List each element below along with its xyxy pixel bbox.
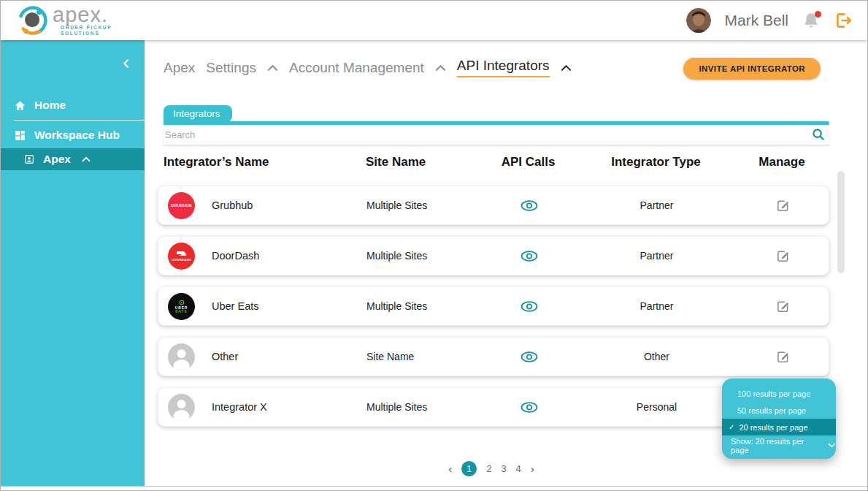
column-integrators-name: Integrator’s Name [158,155,366,170]
breadcrumb-settings[interactable]: Settings [206,60,256,76]
sidebar-item-home[interactable]: Home [1,94,145,116]
option-100-results-per-page[interactable]: 100 results per page [722,385,836,402]
apex-logo-icon [17,4,49,37]
edit-icon[interactable] [776,249,790,263]
notification-badge [815,11,821,18]
sidebar-item-label: Workspace Hub [34,129,120,142]
integrator-name: Other [212,351,238,362]
breadcrumb: Apex Settings Account Management API Int… [164,58,572,77]
brand-name: apex. [53,5,112,25]
sidebar-divider [14,120,145,121]
pagination-page-4[interactable]: 4 [516,463,521,474]
grubhub-logo: GRUBHUB [168,192,195,219]
integrator-name: DoorDash [212,250,259,262]
person-avatar-icon [168,343,195,370]
window-bottom-edge [1,486,867,490]
home-icon [14,99,26,112]
breadcrumb-account-management[interactable]: Account Management [289,60,424,76]
person-avatar-icon [168,394,195,421]
uber-eats-logo: UBER EATS [168,293,195,320]
site-name-value: Site Name [366,351,480,362]
chevron-up-icon [82,156,91,162]
tab-integrators[interactable]: Integrators [164,105,232,122]
integrator-name: Grubhub [212,199,253,211]
site-name-value: Multiple Sites [366,199,480,211]
site-name-value: Multiple Sites [366,401,480,413]
chevron-down-icon [828,443,836,448]
chevron-up-icon[interactable] [267,64,278,72]
check-icon: ✓ [729,423,734,431]
app-window: apex. ORDER PICKUP SOLUTIONS Mark Bell [0,0,868,491]
scrollbar-thumb[interactable] [837,171,845,273]
search-icon[interactable] [812,128,825,141]
chevron-up-icon[interactable] [435,64,446,72]
top-header: apex. ORDER PICKUP SOLUTIONS Mark Bell [1,1,867,40]
workspace-grid-icon [14,129,26,142]
user-avatar[interactable] [686,8,711,33]
integrator-type-value: Partner [578,199,735,211]
uber-eats-mark [179,300,185,305]
search-bar [164,124,829,145]
eye-icon[interactable] [521,300,538,313]
user-area: Mark Bell [686,8,853,33]
invite-api-integrator-button[interactable]: INVITE API INTEGRATOR [683,58,821,80]
eye-icon[interactable] [521,199,538,212]
breadcrumb-apex[interactable]: Apex [164,60,195,76]
eye-icon[interactable] [521,401,538,414]
integrator-type-value: Partner [578,250,735,262]
pagination-page-1[interactable]: 1 [461,461,477,476]
tab-row: Integrators [164,105,829,125]
pagination-next[interactable]: › [531,463,534,475]
edit-icon[interactable] [776,300,790,313]
logout-icon[interactable] [834,11,853,30]
eye-icon[interactable] [521,351,538,363]
notifications-bell-icon[interactable] [802,11,821,30]
workspace-badge-icon [23,153,35,165]
column-site-name: Site Name [366,155,479,170]
table-row: UBER EATS Uber Eats Multiple Sites Partn… [158,286,829,326]
eye-icon[interactable] [521,250,538,262]
user-name: Mark Bell [724,12,788,29]
edit-icon[interactable] [776,350,790,364]
doordash-mark [176,251,188,257]
column-integrator-type: Integrator Type [577,155,734,170]
sidebar-item-workspace-hub[interactable]: Workspace Hub [1,124,145,146]
sidebar-item-label: Home [34,99,66,112]
breadcrumb-api-integrators[interactable]: API Integrators [457,58,550,77]
integrator-name: Uber Eats [212,300,258,312]
pagination-page-2[interactable]: 2 [486,463,491,474]
integrator-type-value: Other [578,351,735,362]
main-content: Apex Settings Account Management API Int… [145,40,867,486]
sidebar-nav: Home Workspace Hub Apex [1,94,145,170]
pagination-page-3[interactable]: 3 [501,463,506,474]
table-header: Integrator’s Name Site Name API Calls In… [158,155,829,170]
edit-icon[interactable] [776,199,790,213]
option-50-results-per-page[interactable]: 50 results per page [722,402,836,419]
table-row: DOORDASH DoorDash Multiple Sites Partner [158,236,829,275]
sidebar-collapse-icon[interactable] [120,58,132,72]
doordash-logo: DOORDASH [168,243,195,270]
integrator-name: Integrator X [212,401,267,413]
column-api-calls: API Calls [479,155,577,170]
logo-text: apex. ORDER PICKUP SOLUTIONS [53,5,112,37]
results-per-page-toggle[interactable]: Show: 20 results per page [722,437,836,454]
search-input[interactable] [164,129,812,140]
option-20-results-per-page[interactable]: ✓ 20 results per page [722,419,836,435]
column-manage: Manage [734,155,829,170]
table-row: GRUBHUB Grubhub Multiple Sites Partner [158,186,829,225]
chevron-up-icon[interactable] [561,64,572,72]
sidebar: Home Workspace Hub Apex [1,40,145,486]
integrator-type-value: Partner [578,300,735,312]
sidebar-item-apex[interactable]: Apex [1,148,145,170]
brand-tagline: ORDER PICKUP SOLUTIONS [53,25,112,37]
apex-logo[interactable]: apex. ORDER PICKUP SOLUTIONS [17,4,112,37]
pagination: ‹ 1 2 3 4 › [145,461,838,476]
integrator-type-value: Personal [578,401,735,413]
results-per-page-dropdown: 100 results per page 50 results per page… [722,378,836,459]
site-name-value: Multiple Sites [366,300,480,312]
site-name-value: Multiple Sites [366,250,480,262]
table-row: Other Site Name Other [158,337,829,376]
pagination-prev[interactable]: ‹ [448,463,452,475]
sidebar-item-label: Apex [43,153,71,166]
